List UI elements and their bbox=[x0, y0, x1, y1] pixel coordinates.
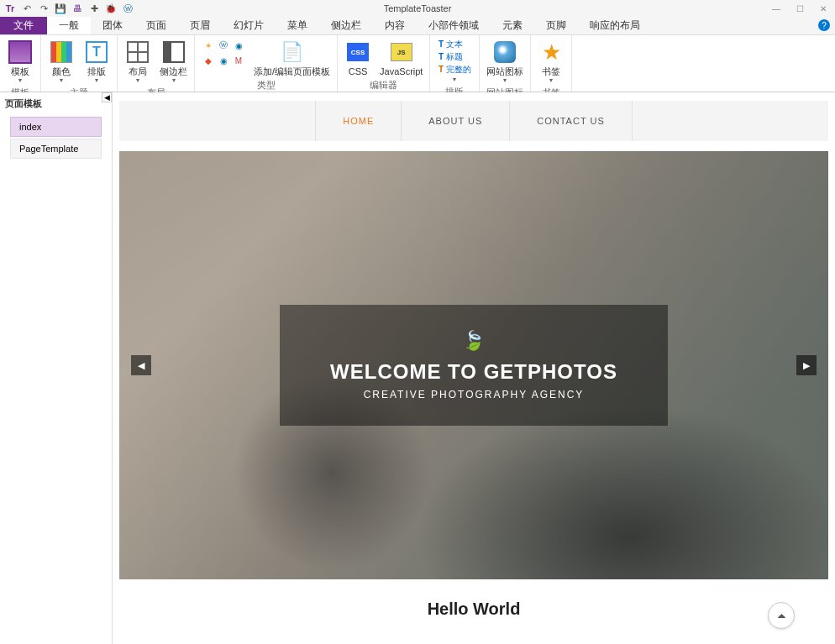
template-button[interactable]: 模板 ▾ bbox=[3, 37, 37, 86]
maximize-button[interactable]: ☐ bbox=[788, 1, 811, 16]
nav-contact[interactable]: CONTACT US bbox=[510, 101, 633, 141]
css-label: CSS bbox=[349, 66, 368, 76]
save-icon[interactable]: 💾 bbox=[54, 2, 67, 15]
chevron-down-icon: ▾ bbox=[549, 76, 553, 84]
chevron-down-icon: ▾ bbox=[60, 76, 63, 84]
hero-title: WELCOME TO GETPHOTOS bbox=[330, 360, 617, 384]
side-panel: ◀ 页面模板 index PageTemplate bbox=[0, 92, 113, 644]
sidebar-icon bbox=[163, 41, 185, 63]
file-tab[interactable]: 文件 bbox=[0, 17, 47, 34]
group-template: 模板 ▾ 模板 bbox=[0, 35, 41, 92]
content-title: Hello World bbox=[119, 599, 828, 619]
tab-header[interactable]: 页眉 bbox=[178, 17, 222, 34]
typography-label: 排版 bbox=[87, 66, 106, 76]
layout-icon bbox=[127, 41, 149, 63]
js-icon: JS bbox=[391, 43, 412, 61]
layout-button[interactable]: 布局 ▾ bbox=[121, 37, 155, 86]
leaf-icon: 🍃 bbox=[330, 330, 617, 352]
heading-icon: T 标题 bbox=[439, 51, 463, 63]
tab-slideshow[interactable]: 幻灯片 bbox=[222, 17, 276, 34]
close-button[interactable]: ✕ bbox=[811, 1, 835, 16]
qa-icon-0[interactable]: Tr bbox=[3, 2, 17, 15]
print-icon[interactable]: 🖶 bbox=[71, 2, 84, 15]
title-bar: Tr ↶ ↷ 💾 🖶 ✚ 🐞 ⓦ TemplateToaster — ☐ ✕ bbox=[0, 0, 835, 17]
layout-label: 布局 bbox=[129, 66, 147, 76]
group-layout: 布局 ▾ 侧边栏 ▾ 布局 bbox=[118, 35, 195, 92]
color-label: 颜色 bbox=[52, 66, 71, 76]
css-button[interactable]: CSS CSS bbox=[341, 37, 375, 78]
sidebar-button[interactable]: 侧边栏 ▾ bbox=[156, 37, 191, 86]
group-theme: 颜色 ▾ 排版 ▾ 主题 bbox=[41, 35, 118, 92]
favicon-icon bbox=[494, 41, 516, 63]
window-controls: — ☐ ✕ bbox=[764, 1, 835, 16]
nav-about[interactable]: ABOUT US bbox=[402, 101, 510, 141]
tab-responsive[interactable]: 响应的布局 bbox=[578, 17, 652, 34]
full-icon: T 完整的 bbox=[439, 64, 471, 76]
minimize-button[interactable]: — bbox=[764, 1, 788, 16]
favicon-label: 网站图标 bbox=[486, 66, 523, 76]
hero-overlay: 🍃 WELCOME TO GETPHOTOS CREATIVE PHOTOGRA… bbox=[280, 305, 668, 426]
ribbon: 模板 ▾ 模板 颜色 ▾ 排版 ▾ 主题 布局 ▾ bbox=[0, 35, 835, 92]
redo-icon[interactable]: ↷ bbox=[37, 2, 50, 15]
tab-sidebar[interactable]: 侧边栏 bbox=[319, 17, 373, 34]
group-label-editor: 编辑器 bbox=[341, 78, 426, 92]
template-icon bbox=[8, 40, 32, 64]
typography-button[interactable]: 排版 ▾ bbox=[80, 37, 113, 86]
cms-icons-grid: ✶ ⓦ ◉ ◆ ◉ M bbox=[202, 39, 245, 67]
add-icon[interactable]: ✚ bbox=[87, 2, 101, 15]
template-label: 模板 bbox=[11, 66, 29, 76]
tab-footer[interactable]: 页脚 bbox=[534, 17, 578, 34]
chevron-down-icon: ▾ bbox=[18, 76, 22, 84]
site-nav: HOME ABOUT US CONTACT US bbox=[119, 101, 828, 141]
favicon-button[interactable]: 网站图标 ▾ bbox=[483, 37, 527, 86]
nav-home[interactable]: HOME bbox=[315, 101, 402, 141]
slide-prev-button[interactable]: ◀ bbox=[131, 355, 151, 375]
add-edit-template-label: 添加/编辑页面模板 bbox=[254, 66, 330, 76]
cms-grid-button[interactable]: ✶ ⓦ ◉ ◆ ◉ M bbox=[198, 37, 249, 69]
hero-slideshow: ◀ 🍃 WELCOME TO GETPHOTOS CREATIVE PHOTOG… bbox=[119, 151, 828, 579]
tab-menu[interactable]: 菜单 bbox=[276, 17, 319, 34]
group-editor: CSS CSS JS JavaScript 编辑器 bbox=[338, 35, 430, 92]
js-button[interactable]: JS JavaScript bbox=[376, 37, 426, 78]
group-bookmark: ★ 书签 ▾ 书签 bbox=[531, 35, 572, 92]
bookmark-button[interactable]: ★ 书签 ▾ bbox=[534, 37, 568, 86]
group-typography: T 文本 T 标题 T 完整的 ▾ 排版 bbox=[430, 35, 480, 92]
tab-content[interactable]: 内容 bbox=[373, 17, 417, 34]
typography-icon bbox=[86, 41, 108, 63]
group-type: ✶ ⓦ ◉ ◆ ◉ M 📄 添加/编辑页面模板 类型 bbox=[195, 35, 338, 92]
tab-page[interactable]: 页面 bbox=[134, 17, 178, 34]
tab-body[interactable]: 团体 bbox=[91, 17, 134, 34]
tab-general[interactable]: 一般 bbox=[47, 17, 91, 34]
color-button[interactable]: 颜色 ▾ bbox=[45, 37, 78, 86]
bookmark-label: 书签 bbox=[542, 66, 560, 76]
scroll-to-top-button[interactable]: ⏶ bbox=[768, 602, 795, 629]
group-label-type: 类型 bbox=[198, 78, 333, 92]
quick-access-toolbar: Tr ↶ ↷ 💾 🖶 ✚ 🐞 ⓦ bbox=[0, 2, 134, 15]
panel-item-index[interactable]: index bbox=[10, 117, 102, 137]
help-icon[interactable]: ? bbox=[818, 19, 830, 31]
color-icon bbox=[50, 41, 72, 63]
undo-icon[interactable]: ↶ bbox=[20, 2, 34, 15]
text-button[interactable]: T 文本 T 标题 T 完整的 ▾ bbox=[433, 37, 475, 85]
chevron-down-icon: ▾ bbox=[136, 76, 139, 84]
star-icon: ★ bbox=[538, 39, 565, 65]
slide-next-button[interactable]: ▶ bbox=[796, 355, 817, 375]
group-favicon: 网站图标 ▾ 网站图标 bbox=[480, 35, 531, 92]
design-canvas[interactable]: HOME ABOUT US CONTACT US ◀ 🍃 WELCOME TO … bbox=[113, 92, 835, 644]
ribbon-tabstrip: 文件 一般 团体 页面 页眉 幻灯片 菜单 侧边栏 内容 小部件领域 元素 页脚… bbox=[0, 17, 835, 35]
chevron-down-icon: ▾ bbox=[172, 76, 176, 84]
debug-icon[interactable]: 🐞 bbox=[104, 2, 118, 15]
add-edit-template-button[interactable]: 📄 添加/编辑页面模板 bbox=[250, 37, 333, 78]
workspace: ◀ 页面模板 index PageTemplate HOME ABOUT US … bbox=[0, 92, 835, 644]
chevron-down-icon: ▾ bbox=[95, 76, 98, 84]
chevron-down-icon: ▾ bbox=[503, 76, 507, 84]
text-icon: T 文本 bbox=[439, 39, 463, 50]
window-title: TemplateToaster bbox=[384, 3, 452, 13]
sidebar-label: 侧边栏 bbox=[160, 66, 187, 76]
tab-widget[interactable]: 小部件领域 bbox=[417, 17, 491, 34]
tab-elements[interactable]: 元素 bbox=[491, 17, 534, 34]
css-icon: CSS bbox=[347, 43, 369, 61]
panel-item-pagetemplate[interactable]: PageTemplate bbox=[10, 139, 102, 159]
collapse-panel-icon[interactable]: ◀ bbox=[102, 92, 112, 102]
wordpress-icon[interactable]: ⓦ bbox=[121, 2, 134, 15]
